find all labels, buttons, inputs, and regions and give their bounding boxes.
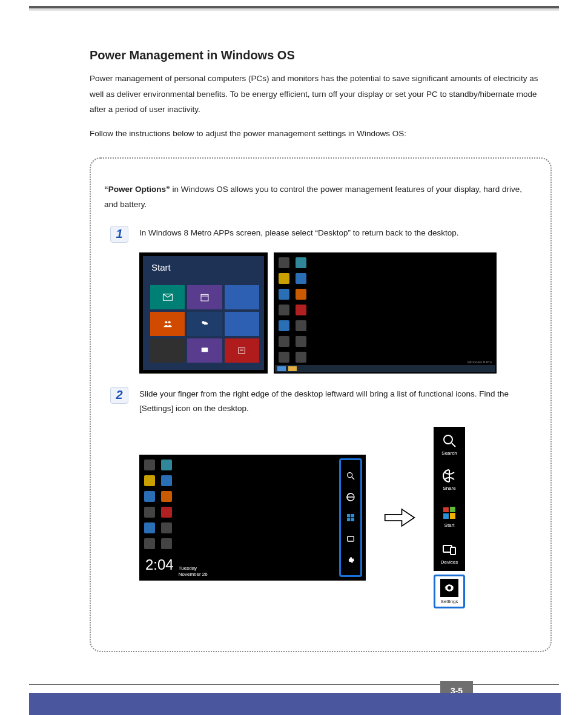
clock-time: 2:04 (145, 556, 174, 573)
top-rule (29, 6, 559, 10)
step-2: 2 Slide your finger from the right edge … (104, 387, 537, 417)
svg-rect-14 (347, 518, 350, 521)
svg-rect-19 (443, 507, 449, 512)
devices-icon (345, 532, 357, 545)
desktop-icon (144, 538, 155, 549)
svg-rect-24 (451, 547, 455, 555)
power-options-bold: “Power Options” (104, 185, 170, 194)
svg-point-9 (348, 472, 352, 477)
desktop-icon (279, 320, 289, 331)
screenshot-desktop: Windows 8 Pro (274, 252, 497, 374)
step-2-text: Slide your finger from the right edge of… (139, 387, 537, 417)
svg-rect-13 (351, 514, 354, 517)
desktop-icon (161, 538, 172, 549)
charm-settings-label: Settings (441, 599, 458, 604)
taskbar (275, 365, 495, 372)
step-1: 1 In Windows 8 Metro APPs screen, please… (104, 226, 537, 243)
tile-generic-1 (225, 285, 259, 309)
desktop-icon (279, 336, 289, 347)
tile-messaging (187, 338, 222, 363)
svg-rect-15 (351, 518, 354, 521)
charm-share: Share (434, 462, 465, 497)
charm-start: Start (434, 497, 465, 536)
svg-rect-12 (347, 514, 350, 517)
desktop-icon (144, 460, 155, 470)
svg-point-3 (168, 321, 170, 323)
svg-line-10 (352, 477, 354, 479)
desktop-icon (144, 522, 155, 533)
tile-desktop (150, 338, 185, 363)
step1-screenshots: Start (139, 252, 537, 374)
desktop-icon (296, 273, 306, 284)
desktop-icon (279, 273, 289, 284)
desktop-icon (296, 257, 306, 268)
tile-weather (187, 312, 222, 336)
svg-point-2 (165, 321, 167, 323)
desktop-icon (144, 475, 155, 486)
svg-line-18 (452, 443, 455, 447)
desktop-icon (296, 305, 306, 315)
charm-settings-highlighted: Settings (434, 575, 465, 608)
desktop-icon (296, 336, 306, 347)
desktop-icon (144, 491, 155, 502)
svg-rect-20 (450, 507, 455, 512)
instructions-box: “Power Options” in Windows OS allows you… (90, 157, 552, 653)
arrow-right-icon (384, 506, 415, 530)
step-1-badge: 1 (110, 226, 128, 243)
desktop-icon (279, 305, 289, 315)
svg-point-17 (444, 435, 452, 444)
charms-bar-mini (339, 458, 362, 577)
tile-generic-2 (225, 312, 259, 336)
desktop-icon (296, 289, 306, 300)
windows-watermark: Windows 8 Pro (467, 360, 492, 364)
page-heading: Power Management in Windows OS (90, 48, 552, 62)
taskbar-item (277, 366, 286, 371)
tile-news (225, 338, 259, 363)
screenshot-desktop-charms: 2:04 Tuesday November 26 (139, 455, 366, 581)
desktop-icon (161, 475, 172, 486)
bottom-rule (29, 684, 559, 685)
tile-calendar (187, 285, 222, 309)
share-icon (345, 490, 357, 504)
svg-rect-22 (450, 513, 455, 519)
taskbar-item (288, 366, 297, 371)
svg-rect-16 (348, 536, 354, 541)
svg-rect-0 (201, 294, 208, 301)
desktop-icon (279, 257, 289, 268)
desktop-icon (161, 460, 172, 470)
desktop-icon (279, 352, 289, 363)
charm-search: Search (434, 427, 465, 462)
desktop-icon (279, 289, 289, 300)
intro-paragraph-1: Power management of personal computers (… (90, 71, 552, 117)
charm-start-label: Start (444, 522, 455, 528)
svg-rect-21 (443, 513, 449, 519)
start-label: Start (151, 262, 171, 272)
desktop-icon (161, 491, 172, 502)
screenshot-start-screen: Start (139, 252, 268, 374)
svg-rect-5 (202, 348, 208, 352)
desktop-icon (161, 522, 172, 533)
charm-share-label: Share (443, 486, 455, 491)
step2-visual: 2:04 Tuesday November 26 (139, 427, 537, 608)
charms-bar-large: Search Share Start Devices (434, 427, 465, 608)
charm-devices: Devices (434, 536, 465, 571)
desktop-icon (161, 507, 172, 518)
tile-people (150, 312, 185, 336)
charm-devices-label: Devices (441, 559, 458, 565)
step-1-text: In Windows 8 Metro APPs screen, please s… (139, 226, 537, 243)
page-content: Power Management in Windows OS Power man… (90, 48, 552, 652)
bottom-bar (29, 693, 561, 715)
clock-date: November 26 (179, 572, 208, 577)
start-icon (345, 511, 357, 524)
clock-day: Tuesday (179, 565, 197, 571)
desktop-icon (296, 352, 306, 363)
search-icon (345, 469, 357, 483)
intro-paragraph-2: Follow the instructions below to adjust … (90, 126, 552, 142)
desktop-icon (296, 320, 306, 331)
charm-search-label: Search (441, 450, 457, 456)
step-2-badge: 2 (110, 387, 128, 404)
tile-mail (150, 285, 185, 309)
clock-overlay: 2:04 Tuesday November 26 (145, 556, 208, 577)
box-lead: “Power Options” in Windows OS allows you… (104, 182, 537, 213)
desktop-icon (144, 507, 155, 518)
